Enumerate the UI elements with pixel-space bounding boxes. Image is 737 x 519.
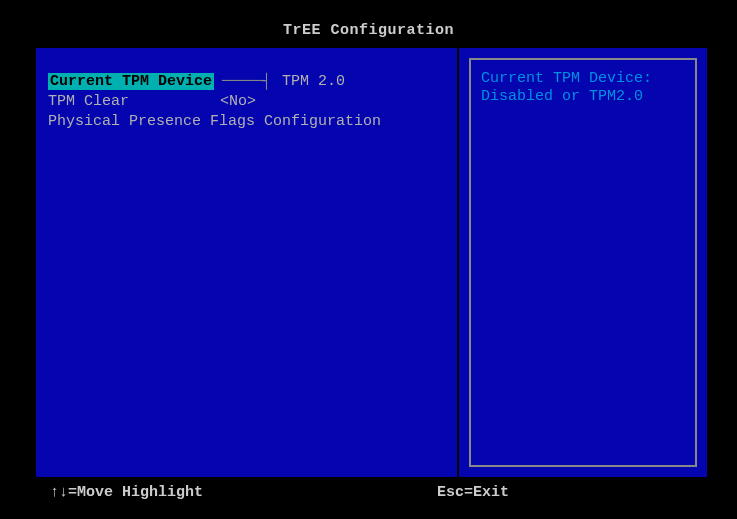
menu-label: Physical Presence Flags Configuration xyxy=(48,113,381,130)
help-panel: Current TPM Device: Disabled or TPM2.0 xyxy=(459,48,707,477)
help-text-line2: Disabled or TPM2.0 xyxy=(481,88,685,106)
menu-item-tpm-clear[interactable]: TPM Clear <No> xyxy=(48,92,445,110)
menu-item-current-tpm-device[interactable]: Current TPM Device ─────┤ TPM 2.0 xyxy=(48,72,445,90)
page-title: TrEE Configuration xyxy=(0,0,737,47)
connector-line: ─────┤ xyxy=(214,73,278,90)
main-area: Current TPM Device ─────┤ TPM 2.0 TPM Cl… xyxy=(36,48,707,477)
menu-value: TPM 2.0 xyxy=(278,73,345,90)
menu-label: TPM Clear xyxy=(48,93,216,110)
hint-move: ↑↓=Move Highlight xyxy=(50,484,437,501)
help-panel-inner: Current TPM Device: Disabled or TPM2.0 xyxy=(469,58,697,467)
menu-value: <No> xyxy=(216,93,256,110)
help-text-line1: Current TPM Device: xyxy=(481,70,685,88)
menu-label-selected: Current TPM Device xyxy=(48,73,214,90)
hint-exit: Esc=Exit xyxy=(437,484,697,501)
menu-panel: Current TPM Device ─────┤ TPM 2.0 TPM Cl… xyxy=(36,48,459,477)
menu-item-physical-presence[interactable]: Physical Presence Flags Configuration xyxy=(48,112,445,130)
footer-hints: ↑↓=Move Highlight Esc=Exit xyxy=(50,484,697,501)
